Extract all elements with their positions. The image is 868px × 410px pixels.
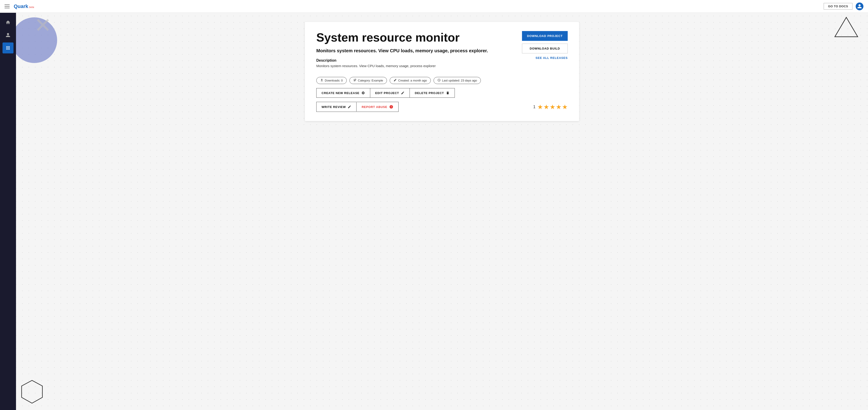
account-icon[interactable] xyxy=(856,2,863,10)
desc-text: Monitors system resources. View CPU load… xyxy=(316,64,568,68)
report-abuse-label: REPORT ABUSE xyxy=(362,105,387,109)
star-4: ★ xyxy=(556,103,561,111)
sidebar xyxy=(0,13,16,410)
updated-icon xyxy=(437,78,441,82)
downloads-label: Downloads: 0 xyxy=(325,79,343,82)
topnav-right: GO TO DOCS xyxy=(824,2,863,10)
project-subtitle: Monitors system resources. View CPU load… xyxy=(316,48,499,54)
download-icon xyxy=(320,78,323,82)
topnav-left: Quark beta xyxy=(5,3,34,9)
sidebar-item-home[interactable] xyxy=(2,17,13,28)
stars: ★ ★ ★ ★ ★ xyxy=(537,103,568,111)
topnav: Quark beta GO TO DOCS xyxy=(0,0,868,13)
brand-beta: beta xyxy=(29,6,34,8)
action-row: CREATE NEW RELEASE EDIT PROJECT DELETE P… xyxy=(316,88,455,98)
created-label: Created: a month ago xyxy=(398,79,427,82)
project-card: DOWNLOAD PROJECT DOWNLOAD BUILD SEE ALL … xyxy=(305,22,579,121)
card-actions: DOWNLOAD PROJECT DOWNLOAD BUILD SEE ALL … xyxy=(522,31,568,60)
star-1: ★ xyxy=(537,103,543,111)
meta-downloads: Downloads: 0 xyxy=(316,77,347,84)
meta-created: Created: a month ago xyxy=(390,77,431,84)
create-release-button[interactable]: CREATE NEW RELEASE xyxy=(316,88,370,98)
review-row-left: WRITE REVIEW REPORT ABUSE xyxy=(316,102,399,112)
report-abuse-button[interactable]: REPORT ABUSE xyxy=(356,102,398,112)
category-icon xyxy=(353,78,356,82)
go-to-docs-button[interactable]: GO TO DOCS xyxy=(824,3,852,9)
hamburger-button[interactable] xyxy=(5,5,9,8)
delete-project-label: DELETE PROJECT xyxy=(415,91,444,95)
download-project-button[interactable]: DOWNLOAD PROJECT xyxy=(522,31,568,41)
star-2: ★ xyxy=(544,103,549,111)
category-label: Category: Example xyxy=(358,79,383,82)
create-release-label: CREATE NEW RELEASE xyxy=(321,91,360,95)
edit-project-button[interactable]: EDIT PROJECT xyxy=(370,88,410,98)
updated-label: Last updated: 23 days ago xyxy=(442,79,477,82)
brand-name: Quark xyxy=(14,3,28,9)
sidebar-item-person[interactable] xyxy=(2,30,13,41)
brand: Quark beta xyxy=(14,3,34,9)
main-content: DOWNLOAD PROJECT DOWNLOAD BUILD SEE ALL … xyxy=(16,13,868,410)
download-build-button[interactable]: DOWNLOAD BUILD xyxy=(522,44,568,54)
star-3: ★ xyxy=(550,103,555,111)
rating-area: 1 ★ ★ ★ ★ ★ xyxy=(533,103,568,111)
sidebar-item-apps[interactable] xyxy=(2,42,13,54)
review-row: WRITE REVIEW REPORT ABUSE 1 ★ ★ ★ ★ xyxy=(316,102,568,112)
edit-project-label: EDIT PROJECT xyxy=(375,91,399,95)
star-5: ★ xyxy=(562,103,568,111)
meta-category: Category: Example xyxy=(349,77,387,84)
delete-project-button[interactable]: DELETE PROJECT xyxy=(410,88,455,98)
meta-updated: Last updated: 23 days ago xyxy=(434,77,481,84)
rating-count: 1 xyxy=(533,105,535,109)
see-all-releases-link[interactable]: SEE ALL RELEASES xyxy=(535,56,568,60)
write-review-label: WRITE REVIEW xyxy=(321,105,346,109)
write-review-button[interactable]: WRITE REVIEW xyxy=(316,102,356,111)
meta-tags: Downloads: 0 Category: Example Created: … xyxy=(316,77,568,84)
layout: ✕ DOWNLOAD PROJECT DOWNLOAD BUILD SEE AL… xyxy=(0,0,868,410)
created-icon xyxy=(394,78,397,82)
